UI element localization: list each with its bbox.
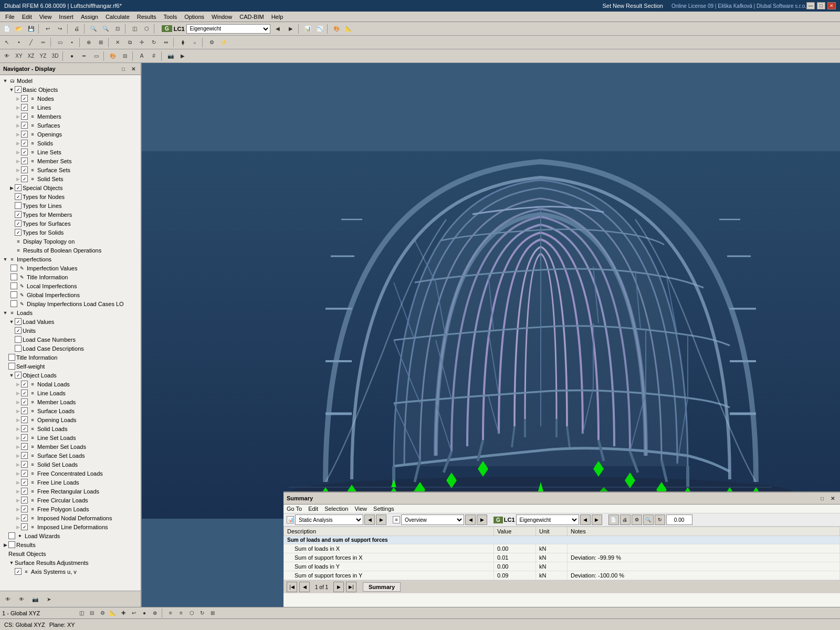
status-icon2[interactable]: ⊟ bbox=[87, 608, 97, 618]
tree-item-special-objects[interactable]: ▶ Special Objects bbox=[0, 183, 141, 192]
tree-item-free-polygon-loads[interactable]: ▶ ≡ Free Polygon Loads bbox=[0, 505, 141, 513]
tree-item-members[interactable]: ▶ ≡ Members bbox=[0, 112, 141, 121]
expand-imposed-line[interactable]: ▶ bbox=[15, 524, 21, 530]
tb-undo[interactable]: ↩ bbox=[42, 23, 54, 35]
tree-item-line-set-loads[interactable]: ▶ ≡ Line Set Loads bbox=[0, 433, 141, 442]
tb2-move[interactable]: ✛ bbox=[136, 37, 148, 48]
tree-item-model[interactable]: ▼ 🗂 Model bbox=[0, 76, 141, 85]
cb-free-line-loads[interactable] bbox=[21, 479, 28, 486]
tb3-display[interactable]: 👁 bbox=[1, 50, 13, 62]
expand-openings[interactable]: ▶ bbox=[15, 131, 21, 138]
tb2-delete[interactable]: ✕ bbox=[112, 37, 123, 48]
cb-lines[interactable] bbox=[21, 104, 28, 111]
cb-types-surfaces[interactable] bbox=[15, 220, 22, 227]
status-icon5[interactable]: ✚ bbox=[119, 608, 128, 618]
tree-item-surfaces[interactable]: ▶ ≡ Surfaces bbox=[0, 121, 141, 130]
tb2-add-surface[interactable]: ▭ bbox=[54, 37, 66, 48]
expand-members[interactable]: ▶ bbox=[15, 113, 21, 120]
expand-surface-loads[interactable]: ▶ bbox=[15, 408, 21, 414]
summary-pin-btn[interactable]: □ bbox=[818, 494, 826, 502]
expand-nodes[interactable]: ▶ bbox=[15, 96, 21, 102]
menu-file[interactable]: File bbox=[2, 13, 18, 21]
tree-item-global-imperfections[interactable]: ✎ Global Imperfections bbox=[0, 290, 141, 299]
status-icon7[interactable]: ● bbox=[140, 608, 149, 618]
tree-item-display-topology[interactable]: ▶ ≡ Display Topology on bbox=[0, 237, 141, 246]
summary-filter-btn[interactable]: 🔍 bbox=[643, 514, 654, 525]
tree-item-member-loads[interactable]: ▶ ≡ Member Loads bbox=[0, 397, 141, 406]
tree-item-imperfections[interactable]: ▼ ≡ Imperfections bbox=[0, 255, 141, 264]
summary-menu-goto[interactable]: Go To bbox=[287, 506, 302, 512]
menu-results[interactable]: Results bbox=[134, 13, 160, 21]
overview-next-btn[interactable]: ▶ bbox=[477, 514, 487, 525]
tb3-view-yz[interactable]: YZ bbox=[37, 50, 49, 62]
tree-item-loads[interactable]: ▼ ≡ Loads bbox=[0, 308, 141, 317]
cb-results[interactable] bbox=[8, 541, 15, 548]
cb-member-loads[interactable] bbox=[21, 398, 28, 405]
expand-line-set-loads[interactable]: ▶ bbox=[15, 435, 21, 441]
tree-item-axis-systems[interactable]: ≡ Axis Systems u, v bbox=[0, 567, 141, 576]
summary-menu-selection[interactable]: Selection bbox=[324, 506, 348, 512]
tree-item-solid-sets[interactable]: ▶ ≡ Solid Sets bbox=[0, 174, 141, 183]
cb-basic-objects[interactable] bbox=[15, 86, 22, 93]
cb-axis-systems[interactable] bbox=[15, 568, 22, 575]
expand-solids[interactable]: ▶ bbox=[15, 140, 21, 146]
cb-surfaces[interactable] bbox=[21, 122, 28, 129]
tree-item-title-info-loads[interactable]: Title Information bbox=[0, 353, 141, 362]
expand-lines[interactable]: ▶ bbox=[15, 104, 21, 111]
tree-item-imperfection-values[interactable]: ✎ Imperfection Values bbox=[0, 264, 141, 272]
tree-item-load-values[interactable]: ▼ Load Values bbox=[0, 317, 141, 326]
cb-member-sets[interactable] bbox=[21, 158, 28, 164]
tree-item-local-imperfections[interactable]: ✎ Local Imperfections bbox=[0, 281, 141, 290]
page-prev-btn[interactable]: ◀ bbox=[299, 582, 310, 592]
tb3-show-nodes[interactable]: ● bbox=[66, 50, 78, 62]
tb-lc-next[interactable]: ▶ bbox=[285, 23, 297, 35]
cb-members[interactable] bbox=[21, 113, 28, 120]
tree-item-results-boolean[interactable]: ▶ ≡ Results of Boolean Operations bbox=[0, 246, 141, 255]
tb3-sections[interactable]: ⊟ bbox=[119, 50, 131, 62]
tree-item-line-sets[interactable]: ▶ ≡ Line Sets bbox=[0, 148, 141, 156]
tb2-add-node[interactable]: • bbox=[13, 37, 25, 48]
cb-types-solids[interactable] bbox=[15, 229, 22, 236]
tree-item-types-nodes[interactable]: ▶ Types for Nodes bbox=[0, 192, 141, 201]
page-first-btn[interactable]: |◀ bbox=[287, 582, 297, 592]
tree-item-surface-loads[interactable]: ▶ ≡ Surface Loads bbox=[0, 406, 141, 415]
expand-free-polygon-loads[interactable]: ▶ bbox=[15, 506, 21, 512]
expand-solid-sets[interactable]: ▶ bbox=[15, 176, 21, 182]
cb-openings[interactable] bbox=[21, 131, 28, 138]
cb-self-weight[interactable] bbox=[8, 363, 15, 370]
load-case-combo[interactable]: Eigengewicht bbox=[186, 24, 270, 34]
tree-item-imposed-nodal[interactable]: ▶ ≡ Imposed Nodal Deformations bbox=[0, 513, 141, 522]
cb-load-wizards[interactable] bbox=[8, 532, 15, 539]
expand-free-rect-loads[interactable]: ▶ bbox=[15, 488, 21, 495]
summary-close-btn[interactable]: ✕ bbox=[828, 494, 837, 502]
nav-close-btn[interactable]: ✕ bbox=[129, 65, 138, 73]
tb2-load-case[interactable]: ⧫ bbox=[177, 37, 188, 48]
cb-local-imperfections[interactable] bbox=[10, 282, 17, 289]
cb-solid-loads[interactable] bbox=[21, 425, 28, 432]
nav-pin-btn[interactable]: □ bbox=[119, 65, 128, 73]
expand-free-circular-loads[interactable]: ▶ bbox=[15, 497, 21, 503]
tb-open[interactable]: 📂 bbox=[13, 23, 25, 35]
tree-item-solid-set-loads[interactable]: ▶ ≡ Solid Set Loads bbox=[0, 460, 141, 469]
tb-zoom-all[interactable]: ⊡ bbox=[112, 23, 123, 35]
tree-item-free-concentrated-loads[interactable]: ▶ ≡ Free Concentrated Loads bbox=[0, 469, 141, 478]
cb-free-rect-loads[interactable] bbox=[21, 488, 28, 495]
page-next-btn[interactable]: ▶ bbox=[333, 582, 344, 592]
analysis-next-btn[interactable]: ▶ bbox=[376, 514, 386, 525]
tree-item-basic-objects[interactable]: ▼ Basic Objects bbox=[0, 85, 141, 94]
tree-item-display-imperfections[interactable]: ✎ Display Imperfections Load Cases LO bbox=[0, 299, 141, 308]
tb-wire[interactable]: ⬡ bbox=[141, 23, 152, 35]
tb3-animate[interactable]: ▶ bbox=[177, 50, 188, 62]
tree-item-line-loads[interactable]: ▶ ≡ Line Loads bbox=[0, 388, 141, 397]
tree-item-free-circular-loads[interactable]: ▶ ≡ Free Circular Loads bbox=[0, 496, 141, 505]
nav-icon-arrow[interactable]: ➤ bbox=[43, 593, 55, 605]
cb-load-case-descriptions[interactable] bbox=[15, 345, 22, 352]
cb-imperfection-values[interactable] bbox=[10, 265, 17, 271]
menu-window[interactable]: Window bbox=[208, 13, 235, 21]
tree-item-results[interactable]: ▶ Results bbox=[0, 540, 141, 549]
overview-prev-btn[interactable]: ◀ bbox=[465, 514, 476, 525]
cb-display-imperfections[interactable] bbox=[10, 300, 17, 307]
tree-item-member-sets[interactable]: ▶ ≡ Member Sets bbox=[0, 156, 141, 165]
cb-units[interactable] bbox=[15, 327, 22, 334]
expand-results[interactable]: ▶ bbox=[2, 542, 8, 548]
